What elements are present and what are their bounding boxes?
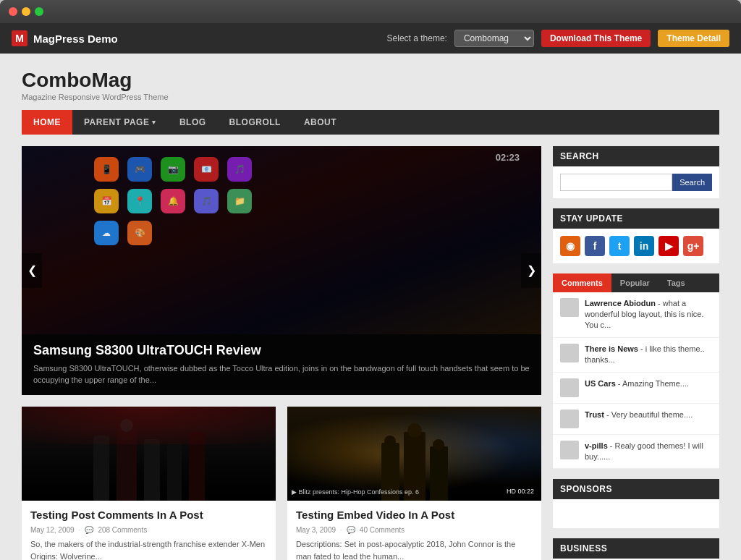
comment-text: There is News - i like this theme.. than… <box>585 344 712 366</box>
avatar <box>560 410 579 428</box>
comments-list: Lawrence Abiodun - what a wonderful blog… <box>553 292 719 470</box>
site-logo: M MagPress Demo <box>12 30 118 46</box>
comment-text: US Cars - Amazing Theme.... <box>585 378 689 389</box>
search-row: Search <box>560 174 712 191</box>
sponsors-title: Sponsors <box>553 479 719 499</box>
meta-separator: · <box>340 526 342 534</box>
social-icons-container: ◉ f t in ▶ g+ <box>553 229 719 263</box>
hero-prev-button[interactable]: ❮ <box>22 253 42 288</box>
meta-separator: · <box>79 526 81 534</box>
nav-item-blogroll[interactable]: BLOGROLL <box>218 110 292 135</box>
video-controls-icon: ▶ Blitz presents: Hip-Hop Confessions ep… <box>292 485 419 496</box>
main-navigation: HOME PARENT PAGE ▾ BLOG BLOGROLL ABOUT <box>22 110 719 135</box>
post-body: Testing Post Comments In A Post May 12, … <box>22 501 276 560</box>
avatar <box>560 441 579 459</box>
comment-item: US Cars - Amazing Theme.... <box>553 373 719 404</box>
comment-author: There is News <box>585 344 638 353</box>
post-excerpt: Descriptions: Set in post-apocalyptic 20… <box>296 538 533 560</box>
hero-title: Samsung S8300 UltraTOUCH Review <box>33 343 530 358</box>
comment-icon: 💬 <box>347 526 355 534</box>
youtube-icon[interactable]: ▶ <box>659 236 679 256</box>
comment-author: Trust <box>585 410 604 419</box>
post-date: May 3, 2009 <box>296 526 336 534</box>
googleplus-icon[interactable]: g+ <box>683 236 703 256</box>
theme-detail-button[interactable]: Theme Detail <box>658 30 729 47</box>
theme-select-label: Select a theme: <box>387 33 447 43</box>
search-widget-title: Search <box>553 146 719 166</box>
maximize-button[interactable] <box>35 7 43 16</box>
facebook-icon[interactable]: f <box>585 236 605 256</box>
comment-item: There is News - i like this theme.. than… <box>553 338 719 373</box>
site-title: ComboMag <box>22 68 719 93</box>
sponsors-widget: Sponsors <box>553 479 719 528</box>
search-widget-body: Search <box>553 166 719 198</box>
avatar <box>560 298 579 317</box>
comment-text: v-pills - Realy good themes! I will buy.… <box>585 441 712 463</box>
close-button[interactable] <box>9 7 17 16</box>
hero-next-button[interactable]: ❯ <box>521 253 541 288</box>
search-widget: Search Search <box>553 146 719 198</box>
nav-item-home[interactable]: HOME <box>22 110 72 135</box>
avatar <box>560 378 579 397</box>
tab-tags[interactable]: Tags <box>659 273 694 292</box>
video-timestamp: HD 00:22 <box>504 486 537 496</box>
main-layout: 📱 🎮 📷 📧 🎵 📅 📍 🔔 🎵 📁 ☁ <box>22 146 719 560</box>
tab-comments[interactable]: Comments <box>553 273 611 292</box>
sidebar: Search Search Stay Update ◉ f t <box>553 146 719 560</box>
comment-count: 40 Comments <box>360 526 405 534</box>
main-content: 📱 🎮 📷 📧 🎵 📅 📍 🔔 🎵 📁 ☁ <box>22 146 541 560</box>
download-theme-button[interactable]: Download This Theme <box>541 30 651 47</box>
post-card: Testing Post Comments In A Post May 12, … <box>22 407 276 560</box>
tabs-header: Comments Popular Tags <box>553 273 719 292</box>
post-grid: Testing Post Comments In A Post May 12, … <box>22 407 541 560</box>
comment-text: Lawrence Abiodun - what a wonderful blog… <box>585 298 712 331</box>
browser-window: M MagPress Demo Select a theme: Combomag… <box>0 0 741 560</box>
comment-content: - Amazing Theme.... <box>618 379 689 388</box>
phone-illustration: 📱 🎮 📷 📧 🎵 📅 📍 🔔 🎵 📁 ☁ <box>22 146 541 334</box>
stay-update-title: Stay Update <box>553 208 719 229</box>
comment-item: Trust - Very beautiful theme.... <box>553 404 719 435</box>
twitter-icon[interactable]: t <box>609 236 630 256</box>
comment-item: Lawrence Abiodun - what a wonderful blog… <box>553 292 719 338</box>
topbar: M MagPress Demo Select a theme: Combomag… <box>0 23 741 54</box>
linkedin-icon[interactable]: in <box>634 236 654 256</box>
comment-author: v-pills <box>585 441 608 450</box>
rss-icon[interactable]: ◉ <box>560 236 580 256</box>
comment-item: v-pills - Realy good themes! I will buy.… <box>553 435 719 470</box>
post-meta: May 12, 2009 · 💬 208 Comments <box>30 526 267 534</box>
business-widget: Business Malaysian shares expected to op… <box>553 538 719 560</box>
site-header: ComboMag Magazine Responsive WordPress T… <box>22 68 719 101</box>
search-button[interactable]: Search <box>672 174 712 191</box>
post-excerpt: So, the makers of the industrial-strengt… <box>30 538 267 560</box>
business-title: Business <box>553 538 719 559</box>
post-meta: May 3, 2009 · 💬 40 Comments <box>296 526 533 534</box>
nav-item-blog[interactable]: BLOG <box>168 110 218 135</box>
post-date: May 12, 2009 <box>30 526 75 534</box>
search-input[interactable] <box>560 174 672 191</box>
browser-titlebar <box>0 0 741 23</box>
post-image-video: HD 00:22 ▶ Blitz presents: Hip-Hop Confe… <box>287 407 541 501</box>
comment-text: Trust - Very beautiful theme.... <box>585 410 693 420</box>
tab-popular[interactable]: Popular <box>611 273 659 292</box>
nav-item-about[interactable]: ABOUT <box>292 110 348 135</box>
theme-selector[interactable]: Combomag <box>454 30 534 47</box>
post-body: Testing Embed Video In A Post May 3, 200… <box>287 501 541 560</box>
tabs-widget: Comments Popular Tags Lawrence Abiodun -… <box>553 273 719 470</box>
logo-letter: M <box>12 30 27 46</box>
post-image-wolverine <box>22 407 276 501</box>
hero-excerpt: Samsung S8300 UltraTOUCH, otherwise dubb… <box>33 362 530 386</box>
nav-item-parent-page[interactable]: PARENT PAGE ▾ <box>72 110 168 135</box>
comment-author: Lawrence Abiodun <box>585 299 656 307</box>
post-thumbnail <box>22 407 276 501</box>
minimize-button[interactable] <box>22 7 30 16</box>
stay-update-widget: Stay Update ◉ f t in ▶ g+ <box>553 208 719 263</box>
comment-icon: 💬 <box>85 526 93 534</box>
post-title[interactable]: Testing Embed Video In A Post <box>296 508 533 522</box>
post-title[interactable]: Testing Post Comments In A Post <box>30 508 267 522</box>
hero-post: 📱 🎮 📷 📧 🎵 📅 📍 🔔 🎵 📁 ☁ <box>22 146 541 395</box>
site-tagline: Magazine Responsive WordPress Theme <box>22 93 719 101</box>
comment-count: 208 Comments <box>98 526 147 534</box>
comment-content: - Very beautiful theme.... <box>606 410 693 419</box>
post-card: HD 00:22 ▶ Blitz presents: Hip-Hop Confe… <box>287 407 541 560</box>
site-name: MagPress Demo <box>33 33 118 45</box>
